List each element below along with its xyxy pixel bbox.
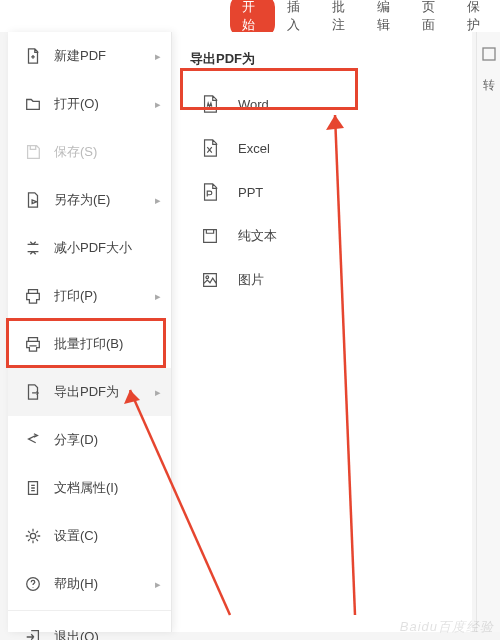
new-pdf-icon <box>22 47 44 65</box>
menu-label: 导出PDF为 <box>54 383 119 401</box>
compress-icon <box>22 239 44 257</box>
menu-label: 分享(D) <box>54 431 98 449</box>
image-icon <box>200 270 226 290</box>
file-dropdown-menu: 新建PDF ▸ 打开(O) ▸ 保存(S) 另存为(E) ▸ 减小PDF大小 打… <box>8 32 172 632</box>
text-icon <box>200 226 226 246</box>
batch-print-icon <box>22 335 44 353</box>
export-image[interactable]: 图片 <box>182 258 462 302</box>
svg-point-0 <box>30 533 35 538</box>
word-icon <box>200 94 226 114</box>
menu-save: 保存(S) <box>8 128 171 176</box>
menu-divider <box>8 610 171 611</box>
ribbon-tabs: 开始 插入 批注 编辑 页面 保护 <box>0 0 500 32</box>
sub-label: 纯文本 <box>238 227 277 245</box>
help-icon <box>22 575 44 593</box>
chevron-right-icon: ▸ <box>155 98 161 111</box>
export-ppt[interactable]: PPT <box>182 170 462 214</box>
right-sidebar: 转 <box>476 32 500 632</box>
chevron-right-icon: ▸ <box>155 386 161 399</box>
share-icon <box>22 431 44 449</box>
menu-reduce-size[interactable]: 减小PDF大小 <box>8 224 171 272</box>
menu-new-pdf[interactable]: 新建PDF ▸ <box>8 32 171 80</box>
menu-properties[interactable]: 文档属性(I) <box>8 464 171 512</box>
submenu-title: 导出PDF为 <box>190 50 462 68</box>
export-text[interactable]: 纯文本 <box>182 214 462 258</box>
right-tool-label[interactable]: 转 <box>483 77 495 94</box>
excel-icon <box>200 138 226 158</box>
menu-settings[interactable]: 设置(C) <box>8 512 171 560</box>
save-disk-icon <box>22 143 44 161</box>
svg-rect-3 <box>483 48 495 60</box>
export-word[interactable]: Word <box>182 82 462 126</box>
menu-label: 另存为(E) <box>54 191 110 209</box>
menu-exit[interactable]: 退出(Q) <box>8 613 171 640</box>
menu-label: 帮助(H) <box>54 575 98 593</box>
chevron-right-icon: ▸ <box>155 290 161 303</box>
svg-point-2 <box>206 276 209 279</box>
sub-label: 图片 <box>238 271 264 289</box>
menu-open[interactable]: 打开(O) ▸ <box>8 80 171 128</box>
printer-icon <box>22 287 44 305</box>
menu-print[interactable]: 打印(P) ▸ <box>8 272 171 320</box>
save-as-icon <box>22 191 44 209</box>
menu-save-as[interactable]: 另存为(E) ▸ <box>8 176 171 224</box>
menu-batch-print[interactable]: 批量打印(B) <box>8 320 171 368</box>
right-tool-icon[interactable] <box>481 46 497 65</box>
menu-help[interactable]: 帮助(H) ▸ <box>8 560 171 608</box>
top-toolbar: 文件 ▾ ▾ 开始 插入 批注 编辑 页面 保护 <box>0 0 500 32</box>
menu-label: 保存(S) <box>54 143 97 161</box>
export-submenu: 导出PDF为 Word Excel PPT 纯文本 图片 <box>172 32 472 632</box>
menu-share[interactable]: 分享(D) <box>8 416 171 464</box>
chevron-right-icon: ▸ <box>155 194 161 207</box>
sub-label: Excel <box>238 141 270 156</box>
export-icon <box>22 383 44 401</box>
chevron-right-icon: ▸ <box>155 50 161 63</box>
watermark: Baidu百度经验 <box>400 618 494 636</box>
menu-label: 打开(O) <box>54 95 99 113</box>
properties-icon <box>22 479 44 497</box>
gear-icon <box>22 527 44 545</box>
sub-label: Word <box>238 97 269 112</box>
folder-icon <box>22 95 44 113</box>
export-excel[interactable]: Excel <box>182 126 462 170</box>
menu-label: 批量打印(B) <box>54 335 123 353</box>
chevron-right-icon: ▸ <box>155 578 161 591</box>
sub-label: PPT <box>238 185 263 200</box>
menu-label: 新建PDF <box>54 47 106 65</box>
menu-label: 设置(C) <box>54 527 98 545</box>
exit-icon <box>22 628 44 640</box>
menu-label: 打印(P) <box>54 287 97 305</box>
menu-label: 文档属性(I) <box>54 479 118 497</box>
menu-label: 退出(Q) <box>54 628 99 640</box>
ppt-icon <box>200 182 226 202</box>
menu-export-pdf[interactable]: 导出PDF为 ▸ <box>8 368 171 416</box>
menu-label: 减小PDF大小 <box>54 239 132 257</box>
